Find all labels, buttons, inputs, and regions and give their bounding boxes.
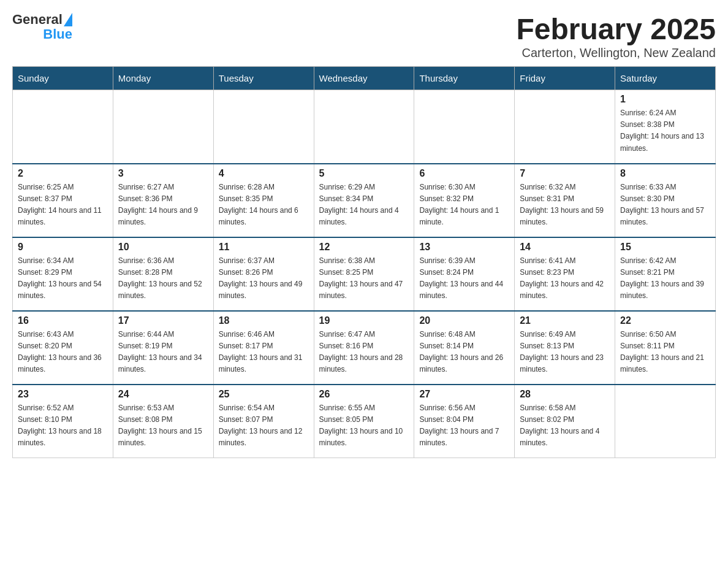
table-row	[515, 90, 615, 164]
calendar-week-row: 9Sunrise: 6:34 AM Sunset: 8:29 PM Daylig…	[13, 237, 716, 311]
table-row: 20Sunrise: 6:48 AM Sunset: 8:14 PM Dayli…	[414, 311, 515, 385]
day-info: Sunrise: 6:58 AM Sunset: 8:02 PM Dayligh…	[520, 402, 610, 450]
day-info: Sunrise: 6:27 AM Sunset: 8:36 PM Dayligh…	[118, 182, 208, 229]
day-info: Sunrise: 6:38 AM Sunset: 8:25 PM Dayligh…	[319, 255, 409, 302]
table-row: 13Sunrise: 6:39 AM Sunset: 8:24 PM Dayli…	[414, 237, 515, 311]
page-title: February 2025	[516, 12, 716, 46]
header-thursday: Thursday	[414, 67, 515, 90]
day-info: Sunrise: 6:52 AM Sunset: 8:10 PM Dayligh…	[18, 402, 108, 450]
table-row: 21Sunrise: 6:49 AM Sunset: 8:13 PM Dayli…	[515, 311, 615, 385]
day-number: 8	[620, 168, 710, 179]
day-number: 9	[18, 242, 108, 253]
day-number: 4	[219, 168, 309, 179]
day-info: Sunrise: 6:46 AM Sunset: 8:17 PM Dayligh…	[219, 329, 309, 376]
day-info: Sunrise: 6:30 AM Sunset: 8:32 PM Dayligh…	[419, 182, 509, 229]
day-info: Sunrise: 6:53 AM Sunset: 8:08 PM Dayligh…	[118, 402, 208, 450]
day-info: Sunrise: 6:33 AM Sunset: 8:30 PM Dayligh…	[620, 182, 710, 229]
logo: General Blue	[12, 12, 72, 42]
table-row	[615, 385, 716, 458]
table-row: 14Sunrise: 6:41 AM Sunset: 8:23 PM Dayli…	[515, 237, 615, 311]
logo-general: General	[12, 12, 63, 27]
table-row: 3Sunrise: 6:27 AM Sunset: 8:36 PM Daylig…	[113, 164, 213, 237]
calendar-table: Sunday Monday Tuesday Wednesday Thursday…	[12, 66, 716, 458]
day-number: 20	[419, 315, 509, 326]
calendar-week-row: 2Sunrise: 6:25 AM Sunset: 8:37 PM Daylig…	[13, 164, 716, 237]
day-number: 18	[219, 315, 309, 326]
day-number: 28	[520, 389, 610, 400]
day-number: 13	[419, 242, 509, 253]
table-row: 24Sunrise: 6:53 AM Sunset: 8:08 PM Dayli…	[113, 385, 213, 458]
header-saturday: Saturday	[615, 67, 716, 90]
day-info: Sunrise: 6:37 AM Sunset: 8:26 PM Dayligh…	[219, 255, 309, 302]
day-number: 26	[319, 389, 409, 400]
day-info: Sunrise: 6:29 AM Sunset: 8:34 PM Dayligh…	[319, 182, 409, 229]
day-info: Sunrise: 6:42 AM Sunset: 8:21 PM Dayligh…	[620, 255, 710, 302]
day-info: Sunrise: 6:50 AM Sunset: 8:11 PM Dayligh…	[620, 329, 710, 376]
table-row: 19Sunrise: 6:47 AM Sunset: 8:16 PM Dayli…	[314, 311, 414, 385]
day-number: 10	[118, 242, 208, 253]
day-number: 23	[18, 389, 108, 400]
table-row: 5Sunrise: 6:29 AM Sunset: 8:34 PM Daylig…	[314, 164, 414, 237]
day-number: 27	[419, 389, 509, 400]
day-number: 21	[520, 315, 610, 326]
table-row: 22Sunrise: 6:50 AM Sunset: 8:11 PM Dayli…	[615, 311, 716, 385]
table-row: 7Sunrise: 6:32 AM Sunset: 8:31 PM Daylig…	[515, 164, 615, 237]
day-number: 12	[319, 242, 409, 253]
day-info: Sunrise: 6:41 AM Sunset: 8:23 PM Dayligh…	[520, 255, 610, 302]
logo-blue: Blue	[43, 27, 72, 42]
table-row: 10Sunrise: 6:36 AM Sunset: 8:28 PM Dayli…	[113, 237, 213, 311]
table-row: 18Sunrise: 6:46 AM Sunset: 8:17 PM Dayli…	[213, 311, 314, 385]
table-row: 28Sunrise: 6:58 AM Sunset: 8:02 PM Dayli…	[515, 385, 615, 458]
day-info: Sunrise: 6:47 AM Sunset: 8:16 PM Dayligh…	[319, 329, 409, 376]
table-row	[414, 90, 515, 164]
day-info: Sunrise: 6:24 AM Sunset: 8:38 PM Dayligh…	[620, 107, 710, 155]
calendar-week-row: 16Sunrise: 6:43 AM Sunset: 8:20 PM Dayli…	[13, 311, 716, 385]
day-number: 1	[620, 94, 710, 105]
table-row: 26Sunrise: 6:55 AM Sunset: 8:05 PM Dayli…	[314, 385, 414, 458]
table-row: 6Sunrise: 6:30 AM Sunset: 8:32 PM Daylig…	[414, 164, 515, 237]
header-tuesday: Tuesday	[213, 67, 314, 90]
day-number: 25	[219, 389, 309, 400]
header-wednesday: Wednesday	[314, 67, 414, 90]
page-header: General Blue February 2025 Carterton, We…	[12, 12, 716, 60]
day-info: Sunrise: 6:44 AM Sunset: 8:19 PM Dayligh…	[118, 329, 208, 376]
table-row: 16Sunrise: 6:43 AM Sunset: 8:20 PM Dayli…	[13, 311, 113, 385]
title-section: February 2025 Carterton, Wellington, New…	[516, 12, 716, 60]
table-row: 9Sunrise: 6:34 AM Sunset: 8:29 PM Daylig…	[13, 237, 113, 311]
day-number: 22	[620, 315, 710, 326]
table-row: 1Sunrise: 6:24 AM Sunset: 8:38 PM Daylig…	[615, 90, 716, 164]
day-number: 3	[118, 168, 208, 179]
day-info: Sunrise: 6:32 AM Sunset: 8:31 PM Dayligh…	[520, 182, 610, 229]
day-number: 2	[18, 168, 108, 179]
day-info: Sunrise: 6:39 AM Sunset: 8:24 PM Dayligh…	[419, 255, 509, 302]
calendar-header-row: Sunday Monday Tuesday Wednesday Thursday…	[13, 67, 716, 90]
calendar-week-row: 1Sunrise: 6:24 AM Sunset: 8:38 PM Daylig…	[13, 90, 716, 164]
table-row: 17Sunrise: 6:44 AM Sunset: 8:19 PM Dayli…	[113, 311, 213, 385]
table-row: 15Sunrise: 6:42 AM Sunset: 8:21 PM Dayli…	[615, 237, 716, 311]
header-monday: Monday	[113, 67, 213, 90]
table-row: 2Sunrise: 6:25 AM Sunset: 8:37 PM Daylig…	[13, 164, 113, 237]
day-number: 19	[319, 315, 409, 326]
day-number: 24	[118, 389, 208, 400]
day-number: 11	[219, 242, 309, 253]
logo-triangle-icon	[64, 13, 72, 26]
table-row: 25Sunrise: 6:54 AM Sunset: 8:07 PM Dayli…	[213, 385, 314, 458]
table-row	[213, 90, 314, 164]
day-info: Sunrise: 6:48 AM Sunset: 8:14 PM Dayligh…	[419, 329, 509, 376]
day-number: 17	[118, 315, 208, 326]
day-info: Sunrise: 6:49 AM Sunset: 8:13 PM Dayligh…	[520, 329, 610, 376]
day-info: Sunrise: 6:54 AM Sunset: 8:07 PM Dayligh…	[219, 402, 309, 450]
day-info: Sunrise: 6:36 AM Sunset: 8:28 PM Dayligh…	[118, 255, 208, 302]
table-row	[314, 90, 414, 164]
day-number: 16	[18, 315, 108, 326]
day-info: Sunrise: 6:55 AM Sunset: 8:05 PM Dayligh…	[319, 402, 409, 450]
day-number: 7	[520, 168, 610, 179]
table-row: 4Sunrise: 6:28 AM Sunset: 8:35 PM Daylig…	[213, 164, 314, 237]
day-number: 6	[419, 168, 509, 179]
day-info: Sunrise: 6:25 AM Sunset: 8:37 PM Dayligh…	[18, 182, 108, 229]
table-row: 8Sunrise: 6:33 AM Sunset: 8:30 PM Daylig…	[615, 164, 716, 237]
table-row: 11Sunrise: 6:37 AM Sunset: 8:26 PM Dayli…	[213, 237, 314, 311]
calendar-week-row: 23Sunrise: 6:52 AM Sunset: 8:10 PM Dayli…	[13, 385, 716, 458]
table-row: 12Sunrise: 6:38 AM Sunset: 8:25 PM Dayli…	[314, 237, 414, 311]
day-number: 5	[319, 168, 409, 179]
